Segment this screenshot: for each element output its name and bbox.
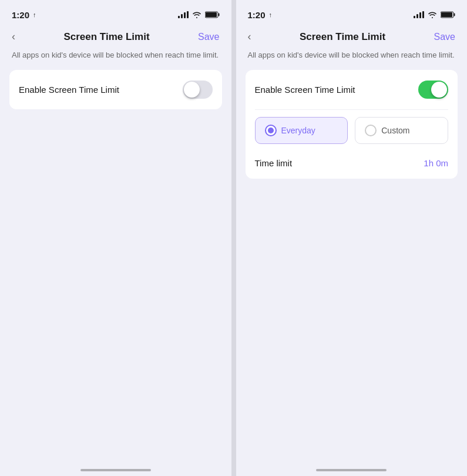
- nav-bar-left: ‹ Screen Time Limit Save: [0, 26, 231, 50]
- toggle-row-right: Enable Screen Time Limit: [246, 70, 458, 109]
- status-bar-right: 1:20 ↑: [236, 0, 468, 26]
- back-button-left[interactable]: ‹: [12, 31, 15, 43]
- wifi-icon-left: [192, 11, 201, 18]
- status-icons-left: [178, 11, 220, 18]
- battery-icon-right: [441, 11, 455, 18]
- svg-rect-1: [218, 14, 219, 16]
- status-time-left: 1:20 ↑: [12, 10, 36, 20]
- toggle-knob-right: [431, 82, 447, 98]
- home-indicator-left: [80, 469, 151, 471]
- toggle-card-left: Enable Screen Time Limit: [9, 70, 222, 109]
- radio-custom: [365, 125, 377, 136]
- home-indicator-right: [316, 469, 387, 471]
- right-phone-panel: 1:20 ↑ ‹ Screen Time Limit Save Al: [236, 0, 468, 476]
- svg-rect-4: [454, 14, 455, 16]
- location-arrow-right: ↑: [269, 11, 273, 18]
- page-title-left: Screen Time Limit: [63, 31, 149, 43]
- page-title-right: Screen Time Limit: [300, 31, 385, 43]
- status-time-right: 1:20 ↑: [248, 10, 273, 20]
- options-row: Everyday Custom: [246, 110, 458, 144]
- save-button-left[interactable]: Save: [198, 32, 219, 42]
- svg-rect-2: [206, 12, 217, 17]
- radio-everyday: [265, 125, 277, 136]
- enable-toggle-right[interactable]: [418, 81, 448, 99]
- svg-rect-5: [441, 12, 452, 17]
- option-custom-label: Custom: [381, 126, 409, 135]
- toggle-card-right: Enable Screen Time Limit Everyday Custom…: [246, 70, 458, 179]
- status-bar-left: 1:20 ↑: [0, 0, 231, 26]
- time-limit-row[interactable]: Time limit 1h 0m: [246, 149, 458, 179]
- time-limit-label: Time limit: [255, 158, 293, 168]
- option-custom[interactable]: Custom: [355, 117, 448, 144]
- toggle-label-right: Enable Screen Time Limit: [255, 85, 355, 95]
- toggle-knob-left: [184, 82, 200, 98]
- panel-divider: [231, 0, 236, 476]
- back-button-right[interactable]: ‹: [248, 31, 251, 43]
- location-arrow-left: ↑: [33, 11, 36, 18]
- left-phone-panel: 1:20 ↑ ‹ Screen Time Limit: [0, 0, 231, 476]
- time-limit-value: 1h 0m: [424, 158, 448, 168]
- toggle-label-left: Enable Screen Time Limit: [19, 85, 119, 95]
- toggle-row-left: Enable Screen Time Limit: [9, 70, 222, 109]
- save-button-right[interactable]: Save: [434, 32, 455, 42]
- enable-toggle-left[interactable]: [183, 81, 213, 99]
- wifi-icon-right: [428, 11, 437, 18]
- option-everyday[interactable]: Everyday: [255, 117, 348, 144]
- description-right: All apps on kid's device will be blocked…: [236, 50, 468, 70]
- signal-icon-left: [178, 11, 189, 18]
- status-icons-right: [414, 11, 455, 18]
- option-everyday-label: Everyday: [281, 126, 315, 135]
- radio-dot-everyday: [268, 128, 274, 133]
- signal-icon-right: [414, 11, 424, 18]
- battery-icon-left: [205, 11, 220, 18]
- description-left: All apps on kid's device will be blocked…: [0, 50, 231, 70]
- nav-bar-right: ‹ Screen Time Limit Save: [236, 26, 468, 50]
